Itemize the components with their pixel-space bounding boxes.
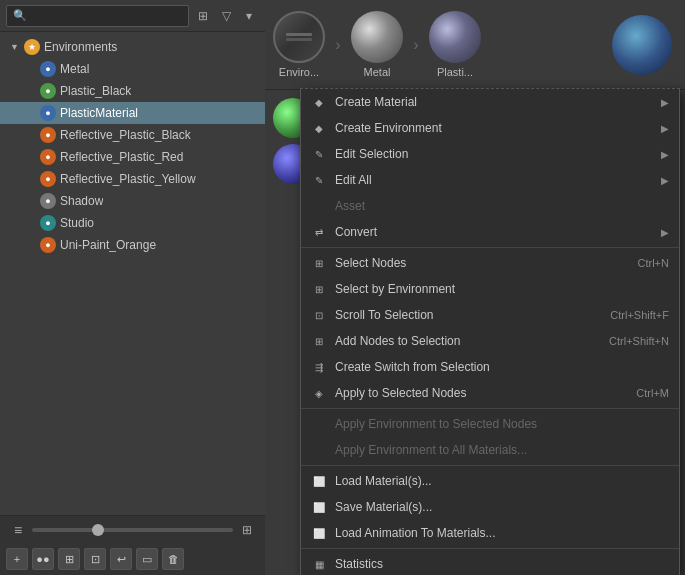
svg-rect-0	[286, 33, 312, 36]
menu-icon-select-nodes: ⊞	[311, 255, 327, 271]
menu-icon-load-animation: ⬜	[311, 525, 327, 541]
tree-icon-9: ●	[40, 237, 56, 253]
action-icons-row: +●●⊞⊡↩▭🗑	[0, 544, 265, 575]
plastic-thumb	[429, 11, 481, 63]
menu-item-add-nodes-to-selection[interactable]: ⊞Add Nodes to SelectionCtrl+Shift+N	[301, 328, 679, 354]
menu-label-scroll-to-selection: Scroll To Selection	[335, 308, 602, 322]
material-plastic[interactable]: Plasti...	[429, 11, 481, 78]
expand-icon[interactable]: ▾	[239, 6, 259, 26]
tree-item-7[interactable]: ●Shadow	[0, 190, 265, 212]
menu-label-save-materials: Save Material(s)...	[335, 500, 669, 514]
menu-item-statistics[interactable]: ▦Statistics	[301, 551, 679, 575]
tree-icon-7: ●	[40, 193, 56, 209]
menu-item-asset: Asset	[301, 193, 679, 219]
plastic-label: Plasti...	[437, 66, 473, 78]
grid-small-icon: ⊞	[237, 520, 257, 540]
menu-shortcut-scroll-to-selection: Ctrl+Shift+F	[610, 309, 669, 321]
menu-label-select-nodes: Select Nodes	[335, 256, 630, 270]
menu-item-create-material[interactable]: ◆Create Material▶	[301, 89, 679, 115]
menu-arrow-edit-all: ▶	[661, 175, 669, 186]
menu-label-create-material: Create Material	[335, 95, 649, 109]
metal-label: Metal	[364, 66, 391, 78]
tree-label-0: Environments	[44, 40, 117, 54]
tree-label-2: Plastic_Black	[60, 84, 131, 98]
menu-item-select-by-environment[interactable]: ⊞Select by Environment	[301, 276, 679, 302]
menu-label-apply-environment-to-all: Apply Environment to All Materials...	[335, 443, 669, 457]
menu-icon-asset	[311, 198, 327, 214]
tree-label-6: Reflective_Plastic_Yellow	[60, 172, 196, 186]
search-box[interactable]: 🔍	[6, 5, 189, 27]
tree-item-5[interactable]: ●Reflective_Plastic_Red	[0, 146, 265, 168]
context-menu: ◆Create Material▶◆Create Environment▶✎Ed…	[300, 88, 680, 575]
tree-item-6[interactable]: ●Reflective_Plastic_Yellow	[0, 168, 265, 190]
size-slider[interactable]	[32, 528, 233, 532]
tree-item-1[interactable]: ●Metal	[0, 58, 265, 80]
menu-shortcut-add-nodes-to-selection: Ctrl+Shift+N	[609, 335, 669, 347]
menu-item-apply-environment-to-all: Apply Environment to All Materials...	[301, 437, 679, 463]
menu-icon-apply-environment-to-selected	[311, 416, 327, 432]
menu-item-create-environment[interactable]: ◆Create Environment▶	[301, 115, 679, 141]
arrow-1: ›	[333, 19, 343, 71]
tree-item-2[interactable]: ●Plastic_Black	[0, 80, 265, 102]
menu-item-edit-selection[interactable]: ✎Edit Selection▶	[301, 141, 679, 167]
menu-separator-16	[301, 465, 679, 466]
tree-icon-6: ●	[40, 171, 56, 187]
menu-label-asset: Asset	[335, 199, 669, 213]
menu-icon-apply-environment-to-all	[311, 442, 327, 458]
menu-label-apply-to-selected-nodes: Apply to Selected Nodes	[335, 386, 628, 400]
tree-item-0[interactable]: ▼★Environments	[0, 36, 265, 58]
menu-item-save-materials[interactable]: ⬜Save Material(s)...	[301, 494, 679, 520]
menu-icon-add-nodes-to-selection: ⊞	[311, 333, 327, 349]
grid-icon[interactable]: ⊞	[193, 6, 213, 26]
menu-arrow-create-environment: ▶	[661, 123, 669, 134]
merge-button[interactable]: ▭	[136, 548, 158, 570]
material-metal[interactable]: Metal	[351, 11, 403, 78]
menu-icon-apply-to-selected-nodes: ◈	[311, 385, 327, 401]
menu-item-load-animation[interactable]: ⬜Load Animation To Materials...	[301, 520, 679, 546]
menu-item-apply-to-selected-nodes[interactable]: ◈Apply to Selected NodesCtrl+M	[301, 380, 679, 406]
back-button[interactable]: ↩	[110, 548, 132, 570]
bottom-toolbar: ≡ ⊞ +●●⊞⊡↩▭🗑	[0, 515, 265, 575]
list-view-button[interactable]: ⊡	[84, 548, 106, 570]
menu-item-load-materials[interactable]: ⬜Load Material(s)...	[301, 468, 679, 494]
menu-icon-statistics: ▦	[311, 556, 327, 572]
menu-label-statistics: Statistics	[335, 557, 669, 571]
group-button[interactable]: ●●	[32, 548, 54, 570]
grid-view-button[interactable]: ⊞	[58, 548, 80, 570]
tree-icon-0: ★	[24, 39, 40, 55]
tree-item-9[interactable]: ●Uni-Paint_Orange	[0, 234, 265, 256]
tree-arrow-0: ▼	[10, 42, 20, 52]
tree-item-8[interactable]: ●Studio	[0, 212, 265, 234]
menu-label-apply-environment-to-selected: Apply Environment to Selected Nodes	[335, 417, 669, 431]
menu-icon-load-materials: ⬜	[311, 473, 327, 489]
menu-item-convert[interactable]: ⇄Convert▶	[301, 219, 679, 245]
env-thumb	[273, 11, 325, 63]
tree-label-4: Reflective_Plastic_Black	[60, 128, 191, 142]
tree-item-4[interactable]: ●Reflective_Plastic_Black	[0, 124, 265, 146]
menu-icon-save-materials: ⬜	[311, 499, 327, 515]
menu-separator-6	[301, 247, 679, 248]
tree-icon-4: ●	[40, 127, 56, 143]
menu-item-select-nodes[interactable]: ⊞Select NodesCtrl+N	[301, 250, 679, 276]
menu-item-edit-all[interactable]: ✎Edit All▶	[301, 167, 679, 193]
menu-label-convert: Convert	[335, 225, 649, 239]
menu-shortcut-apply-to-selected-nodes: Ctrl+M	[636, 387, 669, 399]
menu-item-scroll-to-selection[interactable]: ⊡Scroll To SelectionCtrl+Shift+F	[301, 302, 679, 328]
left-panel: 🔍 ⊞ ▽ ▾ ▼★Environments●Metal●Plastic_Bla…	[0, 0, 265, 575]
filter-icon[interactable]: ▽	[216, 6, 236, 26]
menu-label-create-environment: Create Environment	[335, 121, 649, 135]
delete-button[interactable]: 🗑	[162, 548, 184, 570]
env-label: Enviro...	[279, 66, 319, 78]
menu-icon-select-by-environment: ⊞	[311, 281, 327, 297]
material-env[interactable]: Enviro...	[273, 11, 325, 78]
menu-item-create-switch-from-selection[interactable]: ⇶Create Switch from Selection	[301, 354, 679, 380]
menu-arrow-edit-selection: ▶	[661, 149, 669, 160]
tree-icon-8: ●	[40, 215, 56, 231]
tree-label-7: Shadow	[60, 194, 103, 208]
menu-label-add-nodes-to-selection: Add Nodes to Selection	[335, 334, 601, 348]
tree-item-3[interactable]: ●PlasticMaterial	[0, 102, 265, 124]
tree-icon-2: ●	[40, 83, 56, 99]
add-button[interactable]: +	[6, 548, 28, 570]
tree-area: ▼★Environments●Metal●Plastic_Black●Plast…	[0, 32, 265, 515]
tree-label-8: Studio	[60, 216, 94, 230]
